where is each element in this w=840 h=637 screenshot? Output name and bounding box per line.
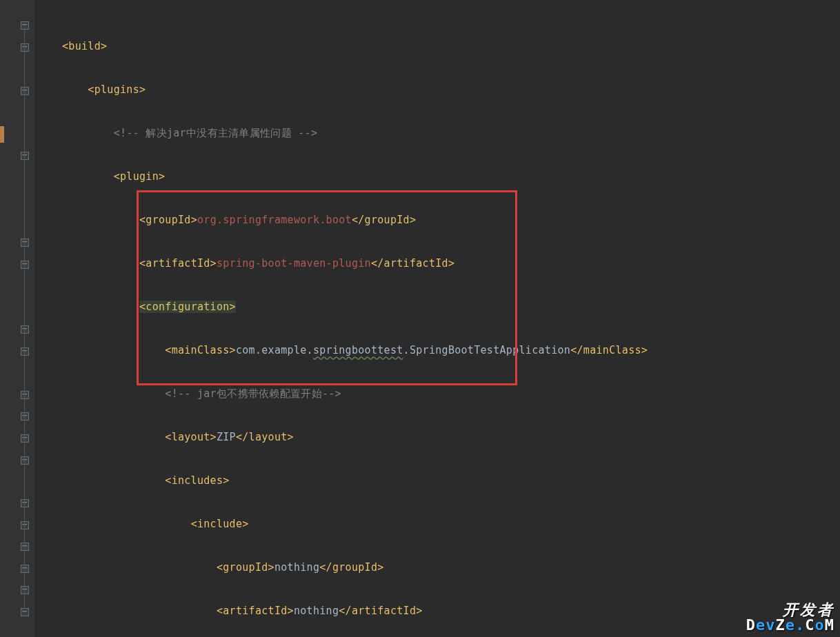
code-editor[interactable]: <build> <plugins> <!-- 解决jar中没有主清单属性问题 -… xyxy=(34,0,840,637)
xml-comment: <!-- jar包不携带依赖配置开始--> xyxy=(165,387,341,400)
xml-tag: <artifactId> xyxy=(139,257,217,270)
xml-tag: <mainClass> xyxy=(165,344,236,356)
fold-icon[interactable] xyxy=(21,325,29,334)
fold-icon[interactable] xyxy=(21,391,29,399)
fold-icon[interactable] xyxy=(21,347,29,356)
xml-tag: </groupId> xyxy=(352,214,416,226)
xml-tag: </groupId> xyxy=(319,561,383,574)
fold-icon[interactable] xyxy=(21,521,29,529)
fold-icon[interactable] xyxy=(21,586,29,594)
xml-text: nothing xyxy=(274,561,319,574)
xml-tag-matched: <configuration> xyxy=(139,301,236,313)
xml-comment: <!-- 解决jar中没有主清单属性问题 --> xyxy=(114,127,318,139)
xml-tag: </artifactId> xyxy=(371,257,454,270)
fold-icon[interactable] xyxy=(21,543,29,551)
fold-icon[interactable] xyxy=(21,261,29,269)
xml-tag: <groupId> xyxy=(139,214,197,226)
xml-text: ZIP xyxy=(217,431,236,443)
xml-tag: </layout> xyxy=(236,431,294,443)
fold-icon[interactable] xyxy=(21,239,29,247)
xml-tag: <includes> xyxy=(165,474,229,487)
xml-tag: <include> xyxy=(191,518,249,530)
xml-tag: <plugins> xyxy=(88,83,146,96)
xml-tag: <groupId> xyxy=(217,561,274,574)
fold-icon[interactable] xyxy=(21,499,29,507)
xml-text: org.springframework.boot xyxy=(197,214,352,226)
fold-icon[interactable] xyxy=(21,456,29,465)
fold-icon[interactable] xyxy=(21,412,29,421)
xml-tag: <plugin> xyxy=(114,170,166,183)
xml-tag: <build> xyxy=(62,40,107,52)
xml-tag: <artifactId> xyxy=(217,605,294,617)
xml-text: nothing xyxy=(294,605,339,617)
fold-icon[interactable] xyxy=(21,43,29,52)
xml-tag: <layout> xyxy=(165,431,217,443)
xml-text: spring-boot-maven-plugin xyxy=(217,257,371,270)
xml-tag: </mainClass> xyxy=(570,344,648,356)
xml-text: com.example. xyxy=(236,344,313,356)
fold-icon[interactable] xyxy=(21,608,29,616)
fold-icon[interactable] xyxy=(21,87,29,95)
fold-icon[interactable] xyxy=(21,21,29,30)
editor-gutter xyxy=(0,0,34,637)
fold-icon[interactable] xyxy=(21,434,29,443)
fold-icon[interactable] xyxy=(21,565,29,573)
xml-text: .SpringBootTestApplication xyxy=(403,344,571,356)
xml-tag: </artifactId> xyxy=(339,605,422,617)
vcs-change-marker xyxy=(0,126,4,143)
fold-icon[interactable] xyxy=(21,152,29,160)
xml-text-warning: springboottest xyxy=(313,344,403,356)
